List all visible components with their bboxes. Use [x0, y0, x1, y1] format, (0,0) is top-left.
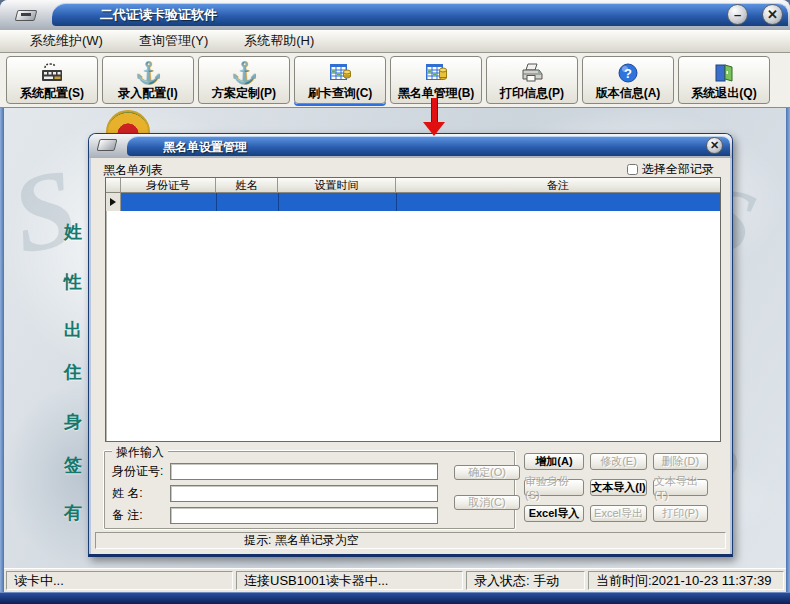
- main-window: 二代证读卡验证软件 – ✕ 系统维护(W) 查询管理(Y) 系统帮助(H) 系统…: [0, 0, 790, 604]
- toolbar-card-query-button[interactable]: 刷卡查询(C): [294, 56, 386, 104]
- dialog-status-text: 提示: 黑名单记录为空: [95, 532, 726, 549]
- exit-icon: [712, 60, 736, 85]
- close-button[interactable]: ✕: [762, 4, 783, 25]
- toolbar-button-label: 系统退出(Q): [691, 85, 756, 102]
- menu-bar: 系统维护(W) 查询管理(Y) 系统帮助(H): [0, 30, 790, 53]
- delete-button[interactable]: 删除(D): [653, 453, 708, 470]
- status-reading-card: 读卡中...: [6, 571, 233, 590]
- status-current-time: 当前时间:2021-10-23 11:37:39: [588, 571, 784, 590]
- dialog-title: 黑名单设置管理: [127, 136, 730, 156]
- window-frame-bottom: [0, 592, 790, 604]
- background-id-label: 有: [64, 501, 82, 525]
- operation-input-group: 操作输入 身份证号: 姓 名: 备 注: 确定(O) 取消(C: [103, 450, 516, 530]
- status-entry-mode: 录入状态: 手动: [466, 571, 585, 590]
- window-frame-right: [786, 28, 790, 604]
- id-number-label: 身份证号:: [112, 463, 170, 480]
- watermark-letter: S: [1, 143, 87, 280]
- background-id-label: 身: [64, 410, 82, 434]
- menu-system-help[interactable]: 系统帮助(H): [244, 32, 314, 50]
- window-title: 二代证读卡验证软件: [52, 3, 788, 26]
- minimize-button[interactable]: –: [727, 4, 748, 25]
- table-db-icon: [423, 60, 449, 85]
- selected-empty-row[interactable]: [106, 193, 720, 211]
- dialog-title-bar[interactable]: 黑名单设置管理 ✕: [89, 134, 732, 158]
- background-id-label: 姓: [64, 220, 82, 244]
- name-label: 姓 名:: [112, 485, 170, 502]
- excel-export-button[interactable]: Excel导出: [590, 505, 647, 522]
- background-id-label: 签: [64, 453, 82, 477]
- help-icon: ?: [617, 60, 639, 85]
- remark-input[interactable]: [170, 507, 438, 524]
- name-input[interactable]: [170, 485, 438, 502]
- toolbar-button-label: 刷卡查询(C): [308, 85, 373, 102]
- status-bar: 读卡中... 连接USB1001读卡器中... 录入状态: 手动 当前时间:20…: [4, 568, 786, 592]
- toolbar-button-label: 方案定制(P): [212, 85, 276, 102]
- cancel-button[interactable]: 取消(C): [454, 495, 520, 510]
- name-row: 姓 名:: [112, 485, 438, 502]
- ok-button[interactable]: 确定(O): [454, 465, 520, 480]
- text-export-button[interactable]: 文本导出(T): [653, 479, 708, 496]
- row-pointer-icon: [110, 198, 116, 206]
- toolbar-print-info-button[interactable]: 打印信息(P): [486, 56, 578, 104]
- blacklist-table[interactable]: 身份证号 姓名 设置时间 备注: [105, 177, 721, 442]
- toolbar-blacklist-button[interactable]: 黑名单管理(B): [390, 56, 482, 104]
- red-arrow-annotation: [421, 98, 447, 136]
- card-reader-icon: [14, 4, 40, 24]
- select-all-checkbox[interactable]: [627, 164, 638, 175]
- toolbar-version-info-button[interactable]: ? 版本信息(A): [582, 56, 674, 104]
- column-header-name[interactable]: 姓名: [216, 178, 278, 193]
- blacklist-dialog: 黑名单设置管理 ✕ 黑名单列表 选择全部记录 身份证号 姓名 设置时间 备注: [88, 133, 733, 557]
- column-header-id[interactable]: 身份证号: [121, 178, 216, 193]
- background-id-label: 出: [64, 318, 82, 342]
- toolbar: 系统配置(S) ⚓ 录入配置(I) ⚓ 方案定制(P) 刷卡查: [0, 53, 790, 108]
- toolbar-exit-button[interactable]: 系统退出(Q): [678, 56, 770, 104]
- excel-import-button[interactable]: Excel导入: [524, 505, 584, 522]
- add-button[interactable]: 增加(A): [524, 453, 584, 470]
- modify-button[interactable]: 修改(E): [590, 453, 647, 470]
- id-number-input[interactable]: [170, 463, 438, 480]
- operation-input-title: 操作输入: [112, 444, 168, 461]
- toolbar-button-label: 打印信息(P): [500, 85, 564, 102]
- anchor-icon: ⚓: [135, 60, 161, 85]
- action-button-grid: 增加(A) 修改(E) 删除(D) 审验身份(S) 文本导入(I) 文本导出(T…: [524, 453, 708, 522]
- column-header-settime[interactable]: 设置时间: [278, 178, 396, 193]
- dialog-close-button[interactable]: ✕: [706, 137, 723, 154]
- menu-system-maintenance[interactable]: 系统维护(W): [30, 32, 103, 50]
- anchor-icon: ⚓: [231, 60, 257, 85]
- toolbar-button-label: 系统配置(S): [20, 85, 84, 102]
- dialog-body: 黑名单列表 选择全部记录 身份证号 姓名 设置时间 备注: [89, 158, 732, 554]
- printer-icon: [519, 60, 545, 85]
- menu-query-management[interactable]: 查询管理(Y): [139, 32, 208, 50]
- row-selector-cell: [106, 193, 121, 211]
- toolbar-system-config-button[interactable]: 系统配置(S): [6, 56, 98, 104]
- toolbar-plan-custom-button[interactable]: ⚓ 方案定制(P): [198, 56, 290, 104]
- table-header-row: 身份证号 姓名 设置时间 备注: [106, 178, 720, 193]
- row-selector-header: [106, 178, 121, 193]
- table-card-icon: [327, 60, 353, 85]
- id-number-row: 身份证号:: [112, 463, 438, 480]
- verify-identity-button[interactable]: 审验身份(S): [524, 479, 584, 496]
- column-header-remark[interactable]: 备注: [396, 178, 720, 193]
- toolbar-entry-config-button[interactable]: ⚓ 录入配置(I): [102, 56, 194, 104]
- svg-text:?: ?: [624, 66, 632, 81]
- card-reader-icon: [97, 139, 118, 151]
- client-area: S S S 姓 性 出 住 身 签 有 黑名单设置管理 ✕ 黑名单列表 选择全部…: [4, 108, 786, 568]
- print-button[interactable]: 打印(P): [653, 505, 708, 522]
- toolbar-button-label: 录入配置(I): [118, 85, 177, 102]
- background-id-label: 性: [64, 270, 82, 294]
- title-bar[interactable]: 二代证读卡验证软件 – ✕: [0, 0, 790, 30]
- selected-row-fill: [121, 193, 720, 211]
- background-id-label: 住: [64, 360, 82, 384]
- select-all-records[interactable]: 选择全部记录: [627, 161, 714, 178]
- select-all-label: 选择全部记录: [642, 161, 714, 178]
- remark-row: 备 注:: [112, 507, 438, 524]
- toolbar-button-label: 版本信息(A): [596, 85, 661, 102]
- keyboard-icon: [39, 60, 65, 85]
- status-reader-connection: 连接USB1001读卡器中...: [236, 571, 463, 590]
- remark-label: 备 注:: [112, 507, 170, 524]
- text-import-button[interactable]: 文本导入(I): [590, 479, 647, 496]
